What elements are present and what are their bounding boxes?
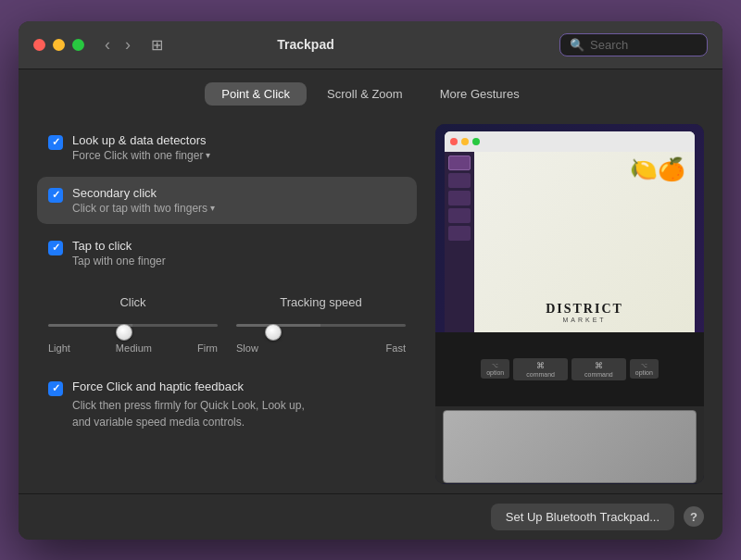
left-panel: Look up & data detectors Force Click wit…: [37, 124, 417, 484]
tap-checkbox[interactable]: [48, 241, 63, 255]
click-mid-label: Medium: [116, 342, 152, 354]
app-sim-titlebar: [445, 131, 695, 152]
trackpad-surface: [443, 410, 697, 484]
tracking-slider-label: Tracking speed: [280, 295, 361, 309]
lookup-checkbox[interactable]: [48, 135, 63, 150]
sidebar-thumb-4: [448, 208, 471, 223]
tap-title: Tap to click: [72, 239, 166, 253]
tab-scroll-zoom[interactable]: Scroll & Zoom: [310, 82, 420, 106]
app-sim-content: 🍋🍊 DISTRICT MARKET: [445, 152, 695, 333]
sidebar-thumb-1: [448, 156, 471, 170]
tap-subtitle: Tap with one finger: [72, 255, 166, 268]
app-max-dot: [472, 138, 480, 145]
app-content-overlay: DISTRICT MARKET: [546, 302, 623, 323]
secondary-subtitle: Click or tap with two fingers ▾: [72, 202, 215, 215]
bottom-bar: Set Up Bluetooth Trackpad... ?: [19, 493, 722, 540]
sliders-section: Click Light Medium Firm Tracking speed: [37, 282, 417, 361]
option-key-right: ⌥ option: [630, 359, 659, 379]
click-slider-thumb[interactable]: [116, 324, 132, 341]
click-slider-group: Click Light Medium Firm: [48, 295, 218, 354]
lookup-title: Look up & data detectors: [72, 133, 210, 147]
force-click-title: Force Click and haptic feedback: [72, 380, 313, 393]
lookup-dropdown-arrow[interactable]: ▾: [206, 150, 210, 160]
tracking-max-label: Fast: [386, 342, 406, 354]
lookup-subtitle: Force Click with one finger ▾: [72, 149, 210, 162]
content-area: Look up & data detectors Force Click wit…: [19, 115, 722, 493]
tap-setting-row: Tap to click Tap with one finger: [37, 230, 417, 277]
app-sim-sidebar: [445, 152, 474, 333]
tracking-slider-thumb[interactable]: [265, 324, 282, 341]
setup-bluetooth-button[interactable]: Set Up Bluetooth Trackpad...: [491, 504, 674, 530]
force-click-info: Force Click and haptic feedback Click th…: [72, 380, 313, 430]
secondary-setting-row: Secondary click Click or tap with two fi…: [37, 177, 417, 224]
tap-info: Tap to click Tap with one finger: [72, 239, 166, 268]
force-click-row: Force Click and haptic feedback Click th…: [37, 370, 417, 440]
click-labels: Light Medium Firm: [48, 342, 218, 354]
tab-more-gestures[interactable]: More Gestures: [423, 82, 536, 106]
tabs-bar: Point & Click Scroll & Zoom More Gesture…: [19, 69, 722, 115]
tracking-labels: Slow Fast: [236, 342, 406, 354]
market-text: MARKET: [546, 317, 623, 323]
app-close-dot: [450, 138, 458, 145]
district-text: DISTRICT: [546, 302, 623, 317]
secondary-dropdown-arrow[interactable]: ▾: [210, 203, 215, 213]
keyboard-keys: ⌥ option ⌘ command ⌘ command ⌥: [435, 332, 704, 406]
secondary-title: Secondary click: [72, 186, 215, 200]
force-click-checkbox[interactable]: [48, 381, 63, 396]
sidebar-thumb-5: [448, 226, 471, 241]
tracking-min-label: Slow: [236, 342, 258, 354]
preview-app-area: 🍋🍊 DISTRICT MARKET: [435, 124, 704, 333]
click-slider-label: Click: [119, 295, 145, 309]
tracking-slider-group: Tracking speed Slow Fast: [236, 295, 406, 354]
app-simulation: 🍋🍊 DISTRICT MARKET: [445, 131, 695, 333]
window-title: Trackpad: [63, 37, 548, 52]
force-click-subtitle: Click then press firmly for Quick Look, …: [72, 397, 313, 430]
app-min-dot: [461, 138, 469, 145]
tab-point-click[interactable]: Point & Click: [205, 82, 307, 106]
option-key-left: ⌥ option: [481, 359, 509, 379]
click-min-label: Light: [48, 342, 70, 354]
main-window: ‹ › ⊞ Trackpad 🔍 Point & Click Scroll & …: [19, 21, 722, 540]
command-key-left: ⌘ command: [513, 358, 568, 380]
search-input[interactable]: [590, 38, 697, 52]
search-box[interactable]: 🔍: [559, 33, 708, 56]
click-slider-line: [48, 324, 218, 327]
click-max-label: Firm: [197, 342, 218, 354]
app-sim-main: 🍋🍊 DISTRICT MARKET: [474, 152, 695, 333]
preview-keyboard-area: ⌥ option ⌘ command ⌘ command ⌥: [435, 332, 704, 483]
sidebar-thumb-3: [448, 191, 471, 205]
fruits-decoration: 🍋🍊: [630, 156, 685, 182]
help-button[interactable]: ?: [684, 506, 704, 527]
titlebar: ‹ › ⊞ Trackpad 🔍: [19, 21, 722, 69]
search-icon: 🔍: [570, 38, 584, 52]
command-key-right: ⌘ command: [571, 358, 626, 380]
close-button[interactable]: [33, 39, 45, 51]
click-slider-track[interactable]: [48, 317, 218, 335]
secondary-info: Secondary click Click or tap with two fi…: [72, 186, 215, 215]
lookup-setting-row: Look up & data detectors Force Click wit…: [37, 124, 417, 171]
lookup-info: Look up & data detectors Force Click wit…: [72, 133, 210, 162]
right-panel: 🍋🍊 DISTRICT MARKET ⌥: [435, 124, 704, 484]
sidebar-thumb-2: [448, 173, 471, 188]
preview-container: 🍋🍊 DISTRICT MARKET ⌥: [435, 124, 704, 484]
tracking-slider-line: [236, 324, 406, 327]
tracking-slider-track[interactable]: [236, 317, 406, 335]
secondary-checkbox[interactable]: [48, 188, 63, 203]
